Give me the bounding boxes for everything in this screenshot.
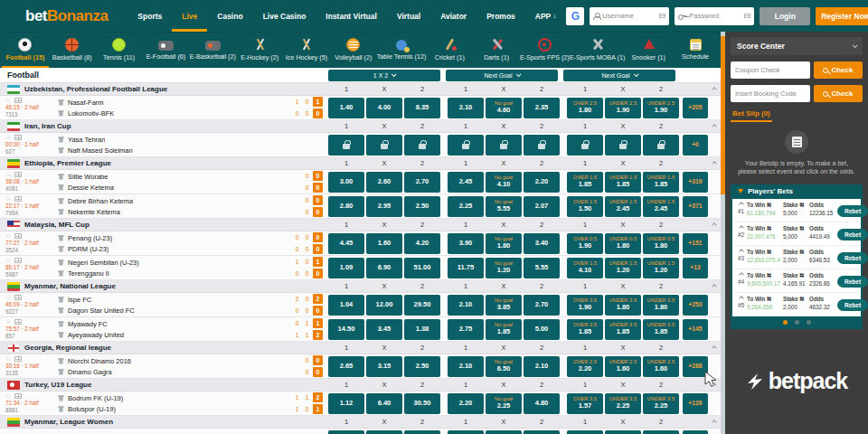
tab-table-tennis-12[interactable]: Table Tennis (12) [377, 33, 427, 68]
collapse-button[interactable] [710, 285, 719, 288]
favorite-star-icon[interactable]: ☆ [5, 196, 11, 202]
odds-cell[interactable]: 2.10 [448, 356, 484, 377]
odds-cell[interactable]: 4.00 [366, 98, 402, 118]
odds-cell[interactable]: 2.10 [524, 356, 560, 377]
odds-cell[interactable]: UNDER 1.51.20 [643, 258, 679, 278]
coupon-check-input[interactable] [731, 61, 810, 79]
odds-cell[interactable]: No goal1.85 [486, 319, 522, 340]
odds-cell[interactable] [404, 135, 440, 156]
odds-cell[interactable]: UNDER 3.51.85 [643, 319, 679, 340]
nav-item-sports[interactable]: Sports [127, 0, 172, 32]
odds-cell[interactable]: UNDER 3.51.80 [605, 295, 641, 316]
odds-cell[interactable]: UNDER 3.51.85 [605, 319, 641, 340]
odds-cell[interactable]: 30.50 [404, 393, 440, 414]
favorite-star-icon[interactable]: ☆ [5, 393, 11, 399]
collapse-button[interactable] [710, 346, 719, 350]
odds-cell[interactable]: UNDER 3.52.25 [605, 393, 641, 414]
tab-ice-hockey-5[interactable]: Ice Hockey (5) [283, 33, 330, 68]
more-markets-button[interactable] [683, 430, 708, 434]
more-markets-button[interactable]: +288 [683, 356, 708, 377]
tab-volleyball-2[interactable]: Volleyball (2) [330, 33, 377, 68]
nav-item-app[interactable]: APP↓ [525, 0, 566, 32]
favorite-star-icon[interactable]: ☆ [5, 258, 11, 263]
odds-cell[interactable]: OVER 1.54.10 [567, 258, 603, 278]
odds-cell[interactable] [366, 135, 402, 156]
odds-cell[interactable]: No goal1.20 [486, 258, 522, 278]
more-markets-button[interactable]: +371 [683, 196, 708, 217]
odds-cell[interactable] [448, 430, 484, 434]
more-markets-button[interactable]: +205 [683, 98, 708, 118]
odds-cell[interactable] [448, 135, 484, 156]
stats-icon[interactable] [14, 258, 22, 263]
odds-cell[interactable]: 2.20 [448, 393, 484, 414]
tab-snooker-1[interactable]: Snooker (1) [625, 33, 672, 68]
rebet-button[interactable]: Rebet [837, 205, 868, 217]
odds-cell[interactable]: No goal5.55 [486, 196, 522, 217]
booking-code-input[interactable] [731, 85, 810, 102]
coupon-check-button[interactable]: Check [814, 61, 863, 79]
tab-cricket-1[interactable]: Cricket (1) [426, 33, 473, 68]
odds-cell[interactable]: UNDER 1.51.85 [643, 172, 679, 193]
league-header[interactable]: Turkey, U19 League1X21X21X2 [0, 379, 721, 392]
odds-cell[interactable]: 2.75 [448, 319, 484, 340]
league-header[interactable]: Georgia, Regional league1X21X21X2 [0, 342, 721, 354]
odds-cell[interactable]: 8.35 [404, 98, 440, 118]
nav-item-casino[interactable]: Casino [207, 0, 252, 32]
odds-cell[interactable]: 5.00 [524, 319, 560, 340]
odds-cell[interactable]: 2.07 [524, 196, 560, 217]
rebet-button[interactable]: Rebet [837, 299, 868, 311]
odds-cell[interactable]: UNDER 2.51.90 [643, 98, 679, 118]
odds-cell[interactable]: 2.50 [404, 196, 440, 217]
nav-item-virtual[interactable]: Virtual [387, 0, 430, 32]
favorite-star-icon[interactable]: ☆ [5, 319, 11, 325]
odds-cell[interactable] [643, 430, 679, 434]
odds-cell[interactable]: No goal4.60 [486, 98, 522, 118]
more-markets-button[interactable]: +319 [683, 172, 708, 193]
main-scrollbar[interactable] [721, 32, 725, 434]
odds-cell[interactable]: 1.60 [366, 233, 402, 254]
odds-cell[interactable]: 2.35 [524, 98, 560, 118]
favorite-star-icon[interactable]: ☆ [5, 135, 11, 140]
odds-cell[interactable]: 3.40 [524, 233, 560, 254]
favorite-star-icon[interactable]: ☆ [5, 295, 11, 300]
odds-cell[interactable] [366, 430, 402, 434]
odds-cell[interactable]: UNDER 2.51.60 [643, 356, 679, 377]
pagination-dot[interactable] [795, 320, 799, 325]
stats-icon[interactable] [14, 233, 22, 239]
market-dropdown-next-goal[interactable]: Next Goal [563, 70, 675, 81]
logo[interactable]: betBonanza [25, 7, 108, 25]
odds-cell[interactable]: 1.09 [328, 258, 364, 278]
odds-cell[interactable]: OVER 1.51.85 [567, 172, 603, 193]
favorite-star-icon[interactable]: ☆ [5, 98, 11, 103]
odds-cell[interactable]: 4.20 [404, 233, 440, 254]
odds-cell[interactable] [524, 430, 560, 434]
stats-icon[interactable] [14, 356, 22, 362]
odds-cell[interactable]: UNDER 3.52.25 [643, 393, 679, 414]
collapse-button[interactable] [710, 223, 719, 227]
tab-e-hockey-2[interactable]: E-Hockey (2) [236, 33, 283, 68]
chevron-up-icon[interactable] [739, 225, 744, 231]
tab-e-football-6[interactable]: E-Football (6) [143, 33, 190, 68]
odds-cell[interactable]: 2.60 [366, 172, 402, 193]
odds-cell[interactable]: 1.40 [328, 98, 364, 118]
odds-cell[interactable]: 6.90 [366, 258, 402, 278]
odds-cell[interactable]: OVER 3.51.90 [567, 295, 603, 316]
odds-cell[interactable]: UNDER 1.52.45 [605, 196, 641, 217]
odds-cell[interactable]: 3.00 [328, 172, 364, 193]
odds-cell[interactable] [605, 135, 641, 156]
league-header[interactable]: Iran, Iran Cup1X21X21X2 [0, 120, 721, 133]
bet-slip-tab[interactable]: Bet Slip (0) [731, 109, 772, 122]
odds-cell[interactable]: No goal1.80 [486, 233, 522, 254]
stats-icon[interactable] [14, 319, 22, 325]
filter-icon[interactable] [738, 189, 743, 193]
odds-cell[interactable]: OVER 2.52.20 [567, 356, 603, 377]
stats-icon[interactable] [14, 196, 22, 202]
odds-cell[interactable]: 11.75 [448, 258, 484, 278]
odds-cell[interactable]: 2.20 [524, 172, 560, 193]
odds-cell[interactable]: 3.15 [366, 356, 402, 377]
tab-e-basketball-2[interactable]: E-Basketball (2) [189, 33, 236, 68]
more-markets-button[interactable]: +126 [683, 393, 708, 414]
more-markets-button[interactable]: +13 [683, 258, 708, 278]
chevron-up-icon[interactable] [739, 249, 744, 254]
nav-item-live-casino[interactable]: Live Casino [253, 0, 316, 32]
